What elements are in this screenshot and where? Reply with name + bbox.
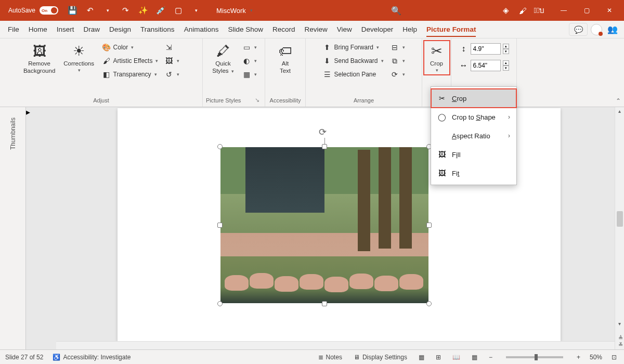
corrections-button[interactable]: ☀ Corrections ▾ <box>60 41 98 75</box>
compress-pictures-button[interactable]: ⇲ <box>162 41 181 54</box>
vertical-scrollbar[interactable]: ▴ ▾ ≜ ≚ <box>615 107 624 349</box>
zoom-level[interactable]: 50% <box>590 354 602 361</box>
selection-pane-button[interactable]: ☰Selection Pane <box>320 68 385 81</box>
minimize-button[interactable]: — <box>552 0 575 21</box>
tab-help[interactable]: Help <box>398 21 422 38</box>
thumbnails-expand-icon[interactable]: ▸ <box>26 107 30 349</box>
remove-background-button[interactable]: 🖼 Remove Background <box>21 41 58 76</box>
crop-menu-fit[interactable]: 🖼 Fit <box>431 164 516 183</box>
window-mode-icon[interactable]: �ับ <box>531 3 547 18</box>
quick-styles-button[interactable]: 🖍 Quick Styles ▾ <box>209 41 238 76</box>
picture-effects-button[interactable]: ◐▾ <box>240 54 259 68</box>
width-down[interactable]: ▾ <box>503 66 509 71</box>
group-button[interactable]: ⧉▾ <box>388 54 407 68</box>
width-input[interactable] <box>471 60 501 71</box>
accessibility-status[interactable]: ♿Accessibility: Investigate <box>50 354 133 361</box>
crop-menu-fill[interactable]: 🖼 Fill <box>431 145 516 164</box>
eyedropper-icon[interactable]: 💉 <box>153 3 168 18</box>
handle-n[interactable] <box>322 144 327 149</box>
autosave-toggle[interactable]: On <box>40 6 58 15</box>
tab-view[interactable]: View <box>332 21 357 38</box>
picture-border-button[interactable]: ▭▾ <box>240 41 259 54</box>
tab-design[interactable]: Design <box>105 21 136 38</box>
tab-transitions[interactable]: Transitions <box>136 21 179 38</box>
zoom-slider-knob[interactable] <box>535 354 538 360</box>
handle-e[interactable] <box>426 223 432 228</box>
search-icon[interactable]: 🔍 <box>390 6 402 16</box>
display-settings-button[interactable]: 🖥Display Settings <box>352 354 409 361</box>
handle-w[interactable] <box>217 223 223 228</box>
undo-icon[interactable]: ↶ <box>82 3 98 18</box>
tab-draw[interactable]: Draw <box>79 21 105 38</box>
scroll-up-icon[interactable]: ▴ <box>615 108 624 114</box>
selected-picture[interactable]: ⟳ <box>220 147 428 303</box>
view-sorter-button[interactable]: ⊞ <box>434 354 443 361</box>
tab-insert[interactable]: Insert <box>52 21 79 38</box>
artistic-effects-button[interactable]: 🖌Artistic Effects▾ <box>100 54 161 68</box>
designer-icon[interactable]: 🖌 <box>515 3 530 18</box>
crop-menu-aspect[interactable]: Aspect Ratio › <box>431 126 516 145</box>
picture-layout-button[interactable]: ▦▾ <box>240 68 259 81</box>
slide-indicator[interactable]: Slide 27 of 52 <box>5 354 43 361</box>
fit-to-window-button[interactable]: ⊡ <box>609 354 619 361</box>
styles-dialog-launcher[interactable]: ↘ <box>253 97 262 106</box>
send-backward-button[interactable]: ⬇Send Backward▾ <box>320 54 385 68</box>
redo-icon[interactable]: ↷ <box>118 3 133 18</box>
height-up[interactable]: ▴ <box>503 44 509 49</box>
change-picture-button[interactable]: 🖼▾ <box>162 54 181 68</box>
align-button[interactable]: ⊟▾ <box>388 41 407 54</box>
alt-text-button[interactable]: 🏷 Alt Text <box>270 41 301 76</box>
tab-picture-format[interactable]: Picture Format <box>422 21 480 38</box>
ribbon-collapse-button[interactable]: ⌃ <box>616 97 621 105</box>
view-slideshow-button[interactable]: ▦ <box>470 354 479 361</box>
bring-forward-button[interactable]: ⬆Bring Forward▾ <box>320 41 385 54</box>
tab-slideshow[interactable]: Slide Show <box>223 21 268 38</box>
horizontal-scrollbar[interactable] <box>56 341 615 349</box>
thumbnails-pane[interactable]: Thumbnails <box>0 107 26 349</box>
tab-review[interactable]: Review <box>300 21 332 38</box>
tab-developer[interactable]: Developer <box>357 21 398 38</box>
handle-se[interactable] <box>426 301 432 306</box>
scrollbar-thumb[interactable] <box>617 211 623 227</box>
handle-nw[interactable] <box>217 144 223 149</box>
prev-slide-button[interactable]: ≜ <box>618 335 623 342</box>
width-up[interactable]: ▴ <box>503 60 509 66</box>
save-icon[interactable]: 💾 <box>64 3 80 18</box>
reset-picture-button[interactable]: ↺▾ <box>162 68 181 81</box>
close-button[interactable]: ✕ <box>598 0 621 21</box>
undo-more-icon[interactable]: ▾ <box>100 3 115 18</box>
tab-record[interactable]: Record <box>268 21 300 38</box>
touch-mode-icon[interactable]: ✨ <box>135 3 151 18</box>
height-input[interactable] <box>471 43 501 55</box>
maximize-button[interactable]: ▢ <box>575 0 598 21</box>
crop-menu-crop[interactable]: ✂ Crop <box>431 89 516 108</box>
crop-button[interactable]: ✂ Crop ▾ <box>424 41 450 75</box>
group-picture-styles: 🖍 Quick Styles ▾ ▭▾ ◐▾ ▦▾ Picture Styles… <box>203 38 265 107</box>
zoom-in-button[interactable]: + <box>575 354 582 361</box>
share-button[interactable]: 👥 <box>604 21 621 38</box>
rotation-handle[interactable]: ⟳ <box>319 126 330 138</box>
height-down[interactable]: ▾ <box>503 49 509 54</box>
view-normal-button[interactable]: ▦ <box>417 354 426 361</box>
zoom-out-button[interactable]: − <box>487 354 495 361</box>
crop-menu-shape[interactable]: ◯ Crop to Shape › <box>431 108 516 126</box>
qat-overflow-icon[interactable]: ▾ <box>188 3 204 18</box>
tab-animations[interactable]: Animations <box>179 21 224 38</box>
color-button[interactable]: 🎨Color▾ <box>100 41 161 54</box>
handle-s[interactable] <box>322 301 327 306</box>
transparency-button[interactable]: ◧Transparency▾ <box>100 68 161 81</box>
notes-button[interactable]: ≣Notes <box>316 354 344 361</box>
zoom-slider[interactable] <box>506 356 563 358</box>
tab-home[interactable]: Home <box>24 21 52 38</box>
account-avatar[interactable] <box>591 24 602 35</box>
comments-button[interactable]: 💬 <box>569 23 588 36</box>
next-slide-button[interactable]: ≚ <box>618 342 623 348</box>
tab-file[interactable]: File <box>3 21 24 38</box>
rotate-button[interactable]: ⟳▾ <box>388 68 407 81</box>
present-icon[interactable]: ▢ <box>171 3 186 18</box>
handle-sw[interactable] <box>217 301 223 306</box>
premium-icon[interactable]: ◈ <box>498 3 514 18</box>
document-title[interactable]: MiscWork ▾ <box>216 7 253 15</box>
view-reading-button[interactable]: 📖 <box>450 354 462 361</box>
scroll-down-icon[interactable]: ▾ <box>615 321 624 327</box>
